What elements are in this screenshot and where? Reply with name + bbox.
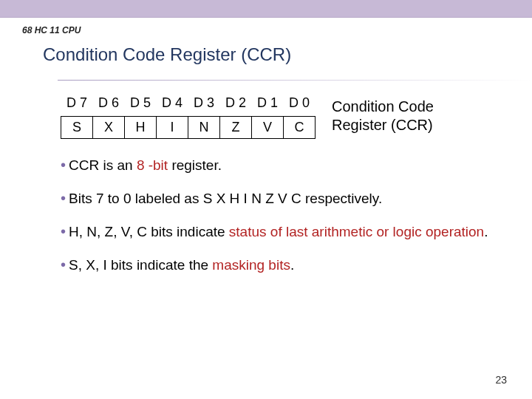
bullet-text: CCR is an (69, 157, 137, 173)
bullet-highlight: masking bits (212, 257, 290, 273)
bullet-text: register. (168, 157, 222, 173)
bit-name: H (125, 116, 157, 138)
bit-name: C (284, 116, 316, 138)
ccr-register-table: D 7 D 6 D 5 D 4 D 3 D 2 D 1 D 0 S X H I … (61, 94, 316, 139)
bullet-text: S, X, I bits indicate the (69, 257, 212, 273)
register-caption-line: Condition Code (332, 98, 434, 115)
bullet-dot-icon: • (61, 256, 69, 273)
register-caption-line: Register (CCR) (332, 117, 433, 133)
page-number: 23 (495, 374, 507, 386)
bullet-item: •H, N, Z, V, C bits indicate status of l… (61, 222, 510, 242)
bullet-item: •S, X, I bits indicate the masking bits. (61, 255, 510, 275)
register-row: D 7 D 6 D 5 D 4 D 3 D 2 D 1 D 0 S X H I … (61, 94, 510, 139)
bullet-list: •CCR is an 8 -bit register. •Bits 7 to 0… (61, 155, 510, 275)
header-label: 68 HC 11 CPU (22, 25, 510, 35)
bit-name: Z (220, 116, 252, 138)
page-title: Condition Code Register (CCR) (43, 44, 510, 65)
bullet-highlight: status of last arithmetic or logic opera… (229, 224, 484, 239)
bullet-text: . (290, 257, 294, 273)
bullet-text: H, N, Z, V, C bits indicate (69, 224, 229, 239)
bit-name-row: S X H I N Z V C (61, 116, 316, 138)
bit-index: D 2 (220, 94, 252, 116)
bit-name: S (61, 116, 93, 138)
bullet-text: Bits 7 to 0 labeled as S X H I N Z V C r… (69, 191, 382, 206)
bit-index-row: D 7 D 6 D 5 D 4 D 3 D 2 D 1 D 0 (61, 94, 316, 116)
bit-name: V (252, 116, 284, 138)
bit-index: D 3 (188, 94, 220, 116)
bit-index: D 4 (157, 94, 188, 116)
top-bar (0, 0, 532, 18)
bit-name: X (93, 116, 125, 138)
bit-index: D 6 (93, 94, 125, 116)
bit-name: I (157, 116, 188, 138)
bullet-item: •CCR is an 8 -bit register. (61, 155, 510, 175)
register-caption: Condition Code Register (CCR) (332, 98, 434, 134)
bit-index: D 5 (125, 94, 157, 116)
bullet-dot-icon: • (61, 157, 69, 173)
bullet-item: •Bits 7 to 0 labeled as S X H I N Z V C … (61, 188, 510, 208)
bit-index: D 7 (61, 94, 93, 116)
bit-name: N (188, 116, 220, 138)
bullet-highlight: 8 -bit (137, 157, 168, 173)
bullet-dot-icon: • (61, 190, 69, 206)
bullet-dot-icon: • (61, 223, 69, 239)
title-underline (58, 80, 532, 81)
bullet-text: . (484, 224, 488, 239)
slide: 68 HC 11 CPU Condition Code Register (CC… (0, 0, 532, 399)
bit-index: D 0 (284, 94, 316, 116)
bit-index: D 1 (252, 94, 284, 116)
